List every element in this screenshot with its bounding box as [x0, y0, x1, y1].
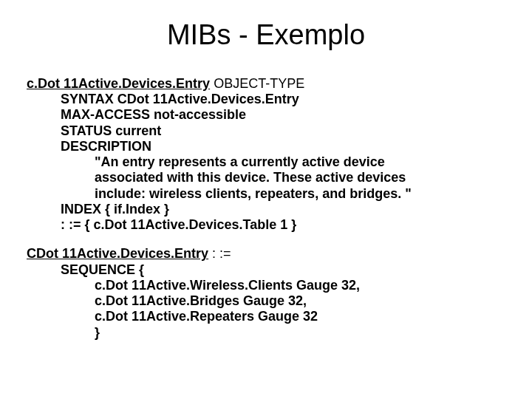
line: "An entry represents a currently active …	[27, 154, 505, 170]
line: STATUS current	[27, 123, 505, 139]
line: INDEX { if.Index }	[27, 202, 505, 217]
line: CDot 11Active.Devices.Entry : :=	[27, 246, 505, 262]
line: }	[27, 325, 505, 341]
line: SEQUENCE {	[27, 262, 505, 278]
line: c.Dot 11Active.Wireless.Clients Gauge 32…	[27, 278, 505, 293]
line: c.Dot 11Active.Bridges Gauge 32,	[27, 293, 505, 309]
object-name: c.Dot 11Active.Devices.Entry	[27, 76, 210, 91]
line: include: wireless clients, repeaters, an…	[27, 186, 505, 202]
line: DESCRIPTION	[27, 139, 505, 154]
slide-body: c.Dot 11Active.Devices.Entry OBJECT-TYPE…	[0, 76, 532, 341]
line: c.Dot 11Active.Devices.Entry OBJECT-TYPE	[27, 76, 505, 92]
mib-sequence-def: CDot 11Active.Devices.Entry : := SEQUENC…	[27, 246, 505, 340]
line: : := { c.Dot 11Active.Devices.Table 1 }	[27, 217, 505, 233]
line: c.Dot 11Active.Repeaters Gauge 32	[27, 309, 505, 324]
spacer	[27, 233, 505, 246]
line: SYNTAX CDot 11Active.Devices.Entry	[27, 92, 505, 107]
object-type-kw: OBJECT-TYPE	[210, 76, 304, 91]
slide-title: MIBs - Exemplo	[0, 19, 532, 51]
mib-object-type-def: c.Dot 11Active.Devices.Entry OBJECT-TYPE…	[27, 76, 505, 233]
sequence-name: CDot 11Active.Devices.Entry	[27, 246, 208, 261]
slide: MIBs - Exemplo c.Dot 11Active.Devices.En…	[0, 19, 532, 399]
sequence-assign: : :=	[208, 246, 231, 261]
line: MAX-ACCESS not-accessible	[27, 107, 505, 123]
line: associated with this device. These activ…	[27, 170, 505, 185]
